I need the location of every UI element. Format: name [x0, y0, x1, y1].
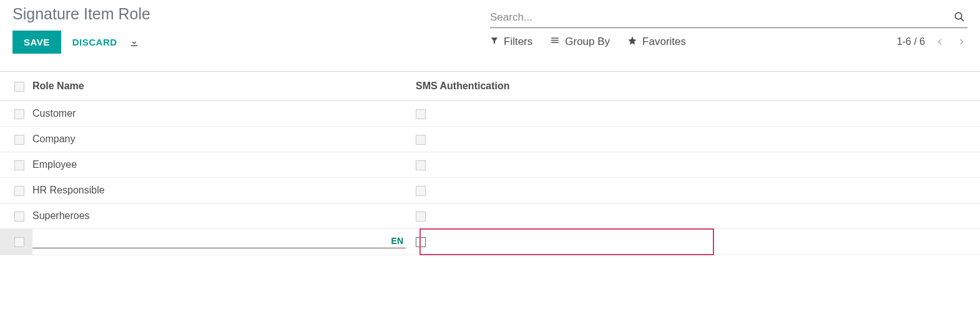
svg-point-0 — [955, 12, 962, 19]
table-row[interactable]: Company — [0, 127, 980, 152]
export-icon[interactable] — [129, 37, 140, 48]
svg-rect-3 — [551, 40, 559, 41]
list-icon — [550, 36, 560, 48]
row-checkbox[interactable] — [14, 109, 24, 119]
svg-rect-4 — [551, 42, 559, 42]
cell-role-name: HR Responsible — [32, 178, 416, 203]
sms-checkbox[interactable] — [416, 135, 426, 145]
table-row[interactable]: HR Responsible — [0, 178, 980, 203]
row-checkbox[interactable] — [14, 212, 24, 222]
row-checkbox[interactable] — [14, 160, 24, 170]
edit-row-highlight — [419, 228, 714, 255]
cell-role-name: Customer — [32, 101, 416, 127]
svg-rect-2 — [551, 37, 559, 38]
favorites-button[interactable]: Favorites — [627, 36, 686, 49]
sms-checkbox[interactable] — [416, 186, 426, 196]
groupby-button[interactable]: Group By — [550, 36, 610, 48]
filters-button[interactable]: Filters — [490, 36, 532, 48]
star-icon — [627, 36, 637, 49]
save-button[interactable]: SAVE — [12, 31, 61, 54]
sms-checkbox[interactable] — [416, 212, 426, 222]
row-checkbox[interactable] — [14, 135, 24, 145]
pager-prev-button[interactable] — [934, 34, 946, 49]
table-row[interactable]: Employee — [0, 152, 980, 178]
table-row[interactable]: Superheroes — [0, 203, 980, 229]
role-name-input[interactable] — [32, 235, 389, 246]
table-header-row: Role Name SMS Authentication — [0, 72, 980, 101]
row-checkbox[interactable] — [14, 237, 24, 247]
cell-role-name: Employee — [32, 152, 416, 178]
lang-badge[interactable]: EN — [389, 236, 406, 246]
pager-text: 1-6 / 6 — [897, 36, 925, 47]
page-title: Signature Item Role — [12, 5, 490, 23]
select-all-checkbox[interactable] — [14, 82, 24, 92]
sms-checkbox[interactable] — [416, 109, 426, 119]
edit-row[interactable]: EN — [0, 229, 980, 255]
cell-role-name: Company — [32, 127, 416, 152]
col-role-name[interactable]: Role Name — [32, 72, 416, 101]
search-input[interactable] — [490, 9, 951, 27]
search-icon[interactable] — [951, 11, 968, 25]
cell-role-name: Superheroes — [32, 203, 416, 229]
discard-button[interactable]: DISCARD — [72, 37, 117, 47]
col-sms-auth[interactable]: SMS Authentication — [416, 72, 980, 101]
funnel-icon — [490, 36, 499, 48]
sms-checkbox[interactable] — [416, 237, 426, 247]
table-row[interactable]: Customer — [0, 101, 980, 127]
pager-next-button[interactable] — [955, 34, 968, 49]
sms-checkbox[interactable] — [416, 160, 426, 170]
row-checkbox[interactable] — [14, 186, 24, 196]
svg-line-1 — [961, 18, 964, 21]
